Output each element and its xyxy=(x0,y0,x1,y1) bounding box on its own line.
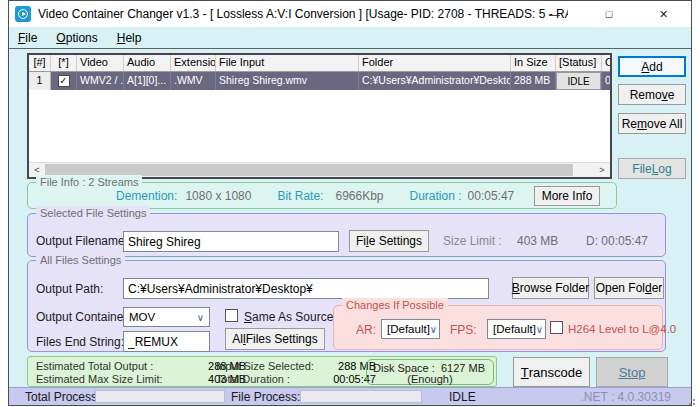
ar-value: [Default] xyxy=(387,323,430,335)
files-end-string-input[interactable] xyxy=(123,331,210,352)
col-header-check[interactable]: [*] xyxy=(51,55,77,71)
minimize-icon[interactable]: — xyxy=(527,1,582,27)
col-header-file-input[interactable]: File Input xyxy=(216,55,359,71)
output-container-select[interactable]: MOV ∨ xyxy=(123,307,210,327)
status-bar: Total Process: File Process: IDLE .NET :… xyxy=(9,387,691,405)
row-video-cell: WMV2 / ... xyxy=(77,72,124,90)
col-header-extension[interactable]: Extensio xyxy=(171,55,216,71)
client-area: [#] [*] Video Audio Extensio File Input … xyxy=(9,50,691,387)
total-duration-label: Total Duration : xyxy=(216,373,290,385)
dimension-value: 1080 x 1080 xyxy=(185,189,251,203)
col-header-audio[interactable]: Audio xyxy=(124,55,171,71)
all-files-settings-group: All Files Settings Output Path: Browse F… xyxy=(27,260,666,352)
row-file-input-cell: Shireg Shireg.wmv xyxy=(216,72,359,90)
dimension-label: Demention: xyxy=(116,189,177,203)
file-log-button[interactable]: File Log xyxy=(618,158,686,179)
stop-button[interactable]: Stop xyxy=(596,357,668,387)
transcode-button[interactable]: Transcode xyxy=(513,357,590,387)
fps-select-label: FPS: xyxy=(450,323,477,337)
maximize-icon[interactable]: □ xyxy=(582,1,637,27)
h264-level-label: H264 Level to L@4.0 xyxy=(568,323,676,335)
add-button[interactable]: Add xyxy=(618,56,686,77)
file-process-label: File Process: xyxy=(231,390,300,404)
browse-folder-button[interactable]: Browse Folder xyxy=(512,277,589,299)
row-checkbox[interactable]: ✓ xyxy=(58,75,70,87)
disk-space-note: (Enough) xyxy=(367,373,493,385)
total-process-label: Total Process: xyxy=(25,390,100,404)
size-limit-label: Size Limit : xyxy=(443,234,502,248)
col-header-out-size[interactable]: O xyxy=(602,55,610,71)
stop-button-label: Stop xyxy=(619,365,646,380)
col-header-in-size[interactable]: In Size xyxy=(511,55,556,71)
col-header-index[interactable]: [#] xyxy=(29,55,51,71)
output-container-label: Output Container: xyxy=(36,310,131,324)
file-list-table: [#] [*] Video Audio Extensio File Input … xyxy=(27,53,612,179)
row-check-cell: ✓ xyxy=(51,72,77,90)
selected-file-settings-title: Selected File Settings xyxy=(36,206,150,220)
all-files-settings-button[interactable]: All Files Settings xyxy=(225,328,325,350)
output-container-value: MOV xyxy=(129,311,155,323)
ar-label: AR: xyxy=(356,323,376,337)
selected-duration-value: D: 00:05:47 xyxy=(586,234,648,248)
row-folder-cell: C:¥Users¥Administrator¥Desktop¥ xyxy=(359,72,511,90)
chevron-down-icon: ∨ xyxy=(430,324,442,335)
menu-options[interactable]: Options xyxy=(56,31,97,45)
window-title: Video Container Changer v1.3 - [ Lossles… xyxy=(38,7,568,21)
chevron-down-icon: ∨ xyxy=(536,324,548,335)
changes-if-possible-group: Changes If Possible AR: [Default] ∨ FPS:… xyxy=(333,305,663,350)
selected-file-settings-group: Selected File Settings Output Filename: … xyxy=(27,213,666,257)
file-info-title: File Info : 2 Streams xyxy=(36,175,142,189)
bitrate-value: 6966Kbp xyxy=(335,189,383,203)
output-path-input[interactable] xyxy=(123,278,489,299)
output-filename-input[interactable] xyxy=(123,231,339,252)
row-status-cell: IDLE xyxy=(556,72,602,90)
output-path-label: Output Path: xyxy=(36,282,103,296)
row-audio-cell: A[1][0]... xyxy=(124,72,171,90)
fps-select[interactable]: [Default] ∨ xyxy=(487,319,546,339)
open-folder-button[interactable]: Open Folder xyxy=(594,277,664,299)
menu-bar: File Options Help xyxy=(9,27,691,49)
row-extension-cell: .WMV xyxy=(171,72,216,90)
menu-file[interactable]: File xyxy=(18,31,37,45)
duration-label: Duration : xyxy=(410,189,462,203)
remove-button[interactable]: Remove xyxy=(618,84,686,105)
row-in-size-cell: 288 MB xyxy=(511,72,556,90)
close-icon[interactable]: ✕ xyxy=(636,1,691,27)
remove-all-button[interactable]: Remove All xyxy=(618,113,686,134)
table-row[interactable]: 1 ✓ WMV2 / ... A[1][0]... .WMV Shireg Sh… xyxy=(29,72,610,90)
bitrate-label: Bit Rate: xyxy=(277,189,323,203)
duration-value: 00:05:47 xyxy=(468,189,515,203)
file-info-row: Demention: 1080 x 1080 Bit Rate: 6966Kbp… xyxy=(116,189,594,203)
estimated-max-label: Estimated Max Size Limit: xyxy=(36,373,163,385)
output-filename-label: Output Filename: xyxy=(36,234,128,248)
summary-panel: Estimated Total Output : 288 MB Estimate… xyxy=(27,356,497,387)
table-header-row: [#] [*] Video Audio Extensio File Input … xyxy=(29,55,610,72)
row-index-cell: 1 xyxy=(29,72,51,90)
ar-select[interactable]: [Default] ∨ xyxy=(381,319,440,339)
file-info-group: File Info : 2 Streams Demention: 1080 x … xyxy=(27,182,617,209)
same-as-source-checkbox[interactable] xyxy=(225,309,238,322)
changes-if-possible-title: Changes If Possible xyxy=(342,298,448,312)
menu-help[interactable]: Help xyxy=(117,31,142,45)
more-info-button[interactable]: More Info xyxy=(534,186,600,206)
dotnet-version: .NET : 4.0.30319 xyxy=(580,390,671,404)
process-state: IDLE xyxy=(449,390,476,404)
col-header-status[interactable]: [Status] xyxy=(556,55,602,71)
h264-level-checkbox[interactable] xyxy=(550,321,563,334)
col-header-video[interactable]: Video xyxy=(77,55,124,71)
resize-grip[interactable] xyxy=(685,399,687,401)
fps-select-value: [Default] xyxy=(493,323,536,335)
size-limit-value: 403 MB xyxy=(517,234,558,248)
file-process-progressbar xyxy=(300,390,422,403)
title-bar: Video Container Changer v1.3 - [ Lossles… xyxy=(9,1,691,27)
file-settings-button[interactable]: File Settings xyxy=(349,230,429,252)
total-process-progressbar xyxy=(95,390,225,403)
app-icon xyxy=(15,6,31,22)
col-header-folder[interactable]: Folder xyxy=(359,55,511,71)
play-icon xyxy=(18,9,28,19)
input-size-label: Input Size Selected: xyxy=(216,360,314,372)
chevron-down-icon: ∨ xyxy=(197,312,209,323)
disk-space-box: Disk Space : 6127 MB (Enough) xyxy=(366,359,494,385)
status-badge: IDLE xyxy=(556,72,601,90)
scroll-right-icon[interactable]: > xyxy=(594,163,610,177)
